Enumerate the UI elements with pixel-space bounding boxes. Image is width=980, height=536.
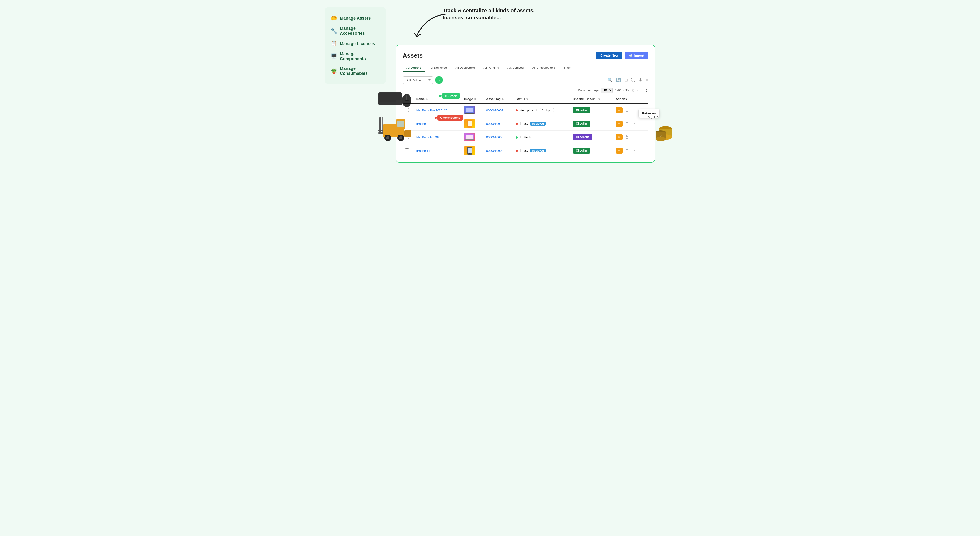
more-button[interactable]: ··· [631, 134, 637, 140]
delete-button[interactable]: 🗑 [624, 107, 630, 113]
asset-name-link[interactable]: MacBook Pro 2020123 [416, 109, 447, 112]
asset-name-link[interactable]: iPhone [416, 122, 426, 125]
sort-status-icon: ⇅ [526, 97, 528, 100]
toolbar-icons: 🔍 🔄 ⊞ ⛶ ⬇ ≡ [607, 78, 648, 82]
col-checkin: Checkin/Check... ⇅ [570, 95, 613, 103]
status-dot [516, 109, 518, 111]
svg-rect-20 [465, 113, 474, 114]
edit-button[interactable]: ✏ [616, 121, 623, 127]
tab-all-assets[interactable]: All Assets [402, 64, 425, 72]
tab-trash[interactable]: Trash [560, 64, 575, 72]
action-cell: ✏ 🗑 ··· [616, 147, 646, 154]
svg-rect-1 [380, 94, 401, 97]
asset-thumb [464, 146, 476, 155]
batteries-icon: D D [651, 121, 675, 143]
checkout-button[interactable]: Checkout [573, 134, 592, 140]
header-buttons: Create New ☁️ Import [596, 52, 648, 59]
asset-name-link[interactable]: iPhone 14 [416, 149, 430, 152]
svg-text:D: D [662, 132, 664, 135]
manage-consumables-icon: 🪴 [330, 68, 337, 74]
sidebar-item-label: Manage Consumables [340, 66, 380, 76]
svg-point-13 [385, 135, 391, 141]
sidebar-item-label: Manage Accessories [340, 26, 380, 36]
sort-checkin-icon: ⇅ [598, 97, 600, 100]
svg-text:D: D [660, 135, 662, 137]
create-new-button[interactable]: Create New [596, 52, 622, 59]
checkin-button[interactable]: Checkin [573, 121, 590, 127]
checkin-button[interactable]: Checkin [573, 147, 590, 154]
prev-page-button[interactable]: ‹ [636, 88, 639, 93]
refresh-icon[interactable]: 🔄 [616, 78, 621, 82]
search-icon[interactable]: 🔍 [607, 78, 612, 82]
last-page-button[interactable]: ⟫ [644, 87, 648, 93]
asset-thumb [464, 133, 476, 141]
row-checkbox[interactable] [405, 122, 409, 125]
row-checkbox[interactable] [405, 108, 409, 112]
svg-rect-9 [380, 117, 381, 133]
edit-button[interactable]: ✏ [616, 147, 623, 154]
row-checkbox[interactable] [405, 149, 409, 152]
bulk-action-select[interactable]: Bulk Action [402, 76, 433, 84]
assets-panel: In Stock Undeployable Assets Create New … [396, 44, 655, 163]
sidebar-item-manage-accessories[interactable]: 🔧 Manage Accessories [329, 24, 381, 38]
rows-per-page-select[interactable]: 10 25 50 [601, 87, 612, 93]
row-checkbox[interactable] [405, 135, 409, 139]
tab-all-archived[interactable]: All Archived [504, 64, 527, 72]
toolbar: Bulk Action › 🔍 🔄 ⊞ ⛶ ⬇ ≡ [402, 76, 648, 84]
download-icon[interactable]: ⬇ [639, 78, 642, 82]
checkin-button[interactable]: Checkin [573, 107, 590, 113]
tab-all-pending[interactable]: All Pending [480, 64, 503, 72]
sidebar-item-manage-components[interactable]: 🖥️ Manage Components [329, 49, 381, 64]
manage-licenses-icon: 📋 [330, 41, 337, 47]
tab-all-deployable[interactable]: All Deployable [452, 64, 479, 72]
more-button[interactable]: ··· [631, 107, 637, 113]
tab-all-deployed[interactable]: All Deployed [426, 64, 450, 72]
action-cell: ✏ 🗑 ··· [616, 134, 646, 140]
delete-button[interactable]: 🗑 [624, 147, 630, 154]
col-status: Status ⇅ [513, 95, 570, 103]
deploy-button[interactable]: Deploy... [539, 108, 554, 113]
delete-button[interactable]: 🗑 [624, 134, 630, 140]
col-image: Image ⇅ [462, 95, 484, 103]
bulk-action-wrapper: Bulk Action › [402, 76, 443, 84]
first-page-button[interactable]: ⟪ [631, 87, 635, 93]
tab-all-undeployable[interactable]: All Undeployable [528, 64, 559, 72]
select-all-checkbox[interactable] [405, 97, 409, 100]
grid-view-icon[interactable]: ⊞ [624, 78, 628, 82]
asset-tag: 00000100 [486, 122, 500, 125]
manage-components-icon: 🖥️ [330, 53, 337, 59]
svg-rect-25 [466, 135, 473, 139]
svg-rect-6 [383, 124, 404, 137]
next-page-button[interactable]: › [640, 88, 643, 93]
svg-rect-35 [655, 132, 666, 139]
status-dot [516, 150, 518, 152]
tabs-bar: All Assets All Deployed All Deployable A… [402, 64, 648, 72]
bulk-action-submit-button[interactable]: › [435, 76, 443, 84]
svg-rect-3 [380, 100, 396, 102]
page-title: Assets [402, 52, 423, 59]
svg-rect-2 [380, 97, 401, 100]
asset-name-link[interactable]: MacBook Air 2025 [416, 135, 441, 139]
sidebar-item-manage-licenses[interactable]: 📋 Manage Licenses [329, 38, 381, 49]
edit-button[interactable]: ✏ [616, 134, 623, 140]
batteries-qty-label: Qty: 125 [648, 116, 659, 119]
table-row: MacBook Air 2025 0000010000 In Stock Che… [402, 130, 648, 144]
fullscreen-icon[interactable]: ⛶ [631, 78, 635, 82]
import-button[interactable]: ☁️ Import [625, 52, 648, 59]
svg-rect-12 [378, 130, 383, 131]
more-button[interactable]: ··· [631, 147, 637, 154]
status-text: Undeployable [520, 108, 539, 112]
sidebar-item-manage-assets[interactable]: 🤲 Manage Assets [329, 13, 381, 24]
filter-icon[interactable]: ≡ [646, 78, 648, 82]
svg-rect-0 [378, 92, 402, 105]
edit-button[interactable]: ✏ [616, 107, 623, 113]
asset-tag: 0000010001 [486, 109, 503, 112]
deployed-badge: Deployed [530, 149, 546, 152]
asset-tag: 0000010002 [486, 149, 503, 152]
sidebar-item-manage-consumables[interactable]: 🪴 Manage Consumables [329, 64, 381, 78]
svg-rect-31 [659, 129, 672, 137]
delete-button[interactable]: 🗑 [624, 121, 630, 127]
more-button[interactable]: ··· [631, 121, 637, 127]
sidebar: 🤲 Manage Assets 🔧 Manage Accessories 📋 M… [325, 7, 386, 84]
svg-rect-11 [378, 132, 383, 133]
